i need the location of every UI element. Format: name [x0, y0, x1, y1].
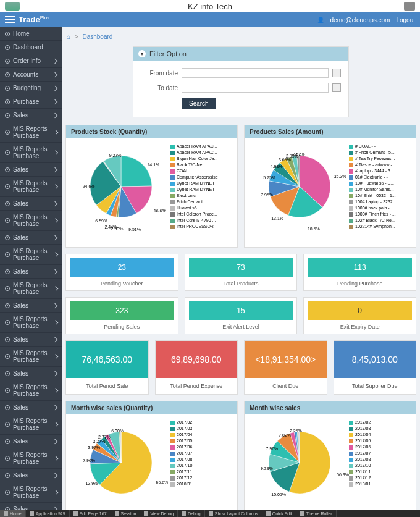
sidebar-item-sales[interactable]: Sales: [0, 299, 62, 313]
legend-item[interactable]: 2017/03: [349, 426, 411, 432]
legend-item[interactable]: # Tea Try Facewas...: [349, 156, 411, 162]
legend-item[interactable]: Apacer RAM APAC...: [170, 143, 232, 149]
sidebar-item-dashboard[interactable]: Dashboard: [0, 41, 62, 54]
legend-item[interactable]: Apacer RAM APAC...: [170, 149, 232, 156]
legend-item[interactable]: # laptop - 3444 - 3...: [349, 168, 411, 174]
legend-item[interactable]: 2017/12: [170, 475, 232, 481]
sidebar-item-mis-reports-purchase[interactable]: MIS Reports Purchase: [0, 313, 62, 333]
legend-item[interactable]: 2017/10: [349, 463, 411, 469]
stat-exit-alert-level[interactable]: 15Exit Alert Level: [185, 297, 298, 334]
to-date-input[interactable]: [182, 83, 329, 93]
legend-item[interactable]: 2017/07: [349, 450, 411, 456]
sidebar-item-sales[interactable]: Sales: [0, 333, 62, 347]
legend-item[interactable]: # Tiasca - artwww -: [349, 162, 411, 168]
home-icon[interactable]: ⌂: [67, 33, 70, 40]
sidebar-item-sales[interactable]: Sales: [0, 367, 62, 380]
sidebar-item-sales[interactable]: Sales: [0, 109, 62, 122]
legend-item[interactable]: 2017/08: [349, 456, 411, 463]
legend-item[interactable]: 2017/12: [349, 475, 411, 481]
legend-item[interactable]: Dynet RAM DYNET: [170, 187, 232, 193]
legend-item[interactable]: Black T/C-Net: [170, 162, 232, 168]
collapse-icon[interactable]: ▾: [138, 50, 146, 57]
sidebar-item-home[interactable]: Home: [0, 27, 62, 41]
sidebar-item-mis-reports-purchase[interactable]: MIS Reports Purchase: [0, 177, 62, 197]
sidebar-item-mis-reports-purchase[interactable]: MIS Reports Purchase: [0, 448, 62, 469]
sidebar-item-mis-reports-purchase[interactable]: MIS Reports Purchase: [0, 143, 62, 163]
legend-item[interactable]: Intel Core i7-4790 ...: [170, 217, 232, 224]
stat-pending-purchase[interactable]: 113Pending Purchase: [303, 254, 416, 291]
legend-item[interactable]: 2018/01: [170, 481, 232, 487]
legend-item[interactable]: Intel PROCESSOR: [170, 224, 232, 230]
legend-item[interactable]: Huawai s6: [170, 205, 232, 211]
user-email[interactable]: demo@cloudaps.com: [330, 17, 390, 23]
legend-item[interactable]: Electronic: [170, 193, 232, 199]
sidebar-item-sales[interactable]: Sales: [0, 231, 62, 245]
toolbar-debug[interactable]: Debug: [178, 510, 205, 517]
legend-item[interactable]: 2017/05: [170, 438, 232, 444]
bigstat-client-due[interactable]: <18,91,354.00>Client Due: [244, 340, 327, 395]
legend-item[interactable]: 2017/07: [170, 450, 232, 456]
legend-item[interactable]: Frich Cemant: [170, 199, 232, 205]
sidebar-item-sales[interactable]: Sales: [0, 197, 62, 211]
legend-item[interactable]: 1000# Finch fries - ...: [349, 211, 411, 217]
legend-item[interactable]: 1000# back pain - ...: [349, 205, 411, 211]
toolbar-edit-page-167[interactable]: Edit Page 167: [70, 510, 111, 517]
sidebar-item-sales[interactable]: Sales: [0, 503, 62, 510]
legend-item[interactable]: 102# Black T/C-Ne...: [349, 217, 411, 224]
legend-item[interactable]: # COAL - -: [349, 143, 411, 149]
calendar-icon[interactable]: [332, 69, 341, 77]
sidebar-item-mis-reports-purchase[interactable]: MIS Reports Purchase: [0, 414, 62, 435]
sidebar-item-mis-reports-purchase[interactable]: MIS Reports Purchase: [0, 211, 62, 231]
calendar-icon[interactable]: [332, 83, 341, 92]
sidebar-item-mis-reports-purchase[interactable]: MIS Reports Purchase: [0, 122, 62, 143]
legend-item[interactable]: 10# Huawai s6 - S...: [349, 180, 411, 187]
stat-pending-sales[interactable]: 323Pending Sales: [65, 297, 178, 334]
legend-item[interactable]: Bigen Hair Color Ja...: [170, 156, 232, 162]
toolbar-home[interactable]: Home: [0, 510, 26, 517]
legend-item[interactable]: 2017/02: [170, 419, 232, 426]
legend-item[interactable]: 10# Shirt - 0032 - 1...: [349, 193, 411, 199]
legend-item[interactable]: 102214# Symphon...: [349, 224, 411, 230]
stat-exit-expiry-date[interactable]: 0Exit Expiry Date: [303, 297, 416, 334]
legend-item[interactable]: 01# Electronic - -: [349, 174, 411, 180]
sidebar-item-accounts[interactable]: Accounts: [0, 68, 62, 82]
sidebar-item-mis-reports-purchase[interactable]: MIS Reports Purchase: [0, 245, 62, 265]
bigstat-total-supplier-due[interactable]: 8,45,013.00Total Supplier Due: [334, 340, 417, 395]
legend-item[interactable]: 2017/10: [170, 463, 232, 469]
sidebar-item-budgeting[interactable]: Budgeting: [0, 82, 62, 95]
sidebar-item-purchase[interactable]: Purchase: [0, 95, 62, 109]
toolbar-view-debug[interactable]: View Debug: [140, 510, 178, 517]
legend-item[interactable]: 2017/06: [349, 444, 411, 450]
legend-item[interactable]: COAL: [170, 168, 232, 174]
search-button[interactable]: Search: [182, 98, 216, 109]
sidebar-item-mis-reports-purchase[interactable]: MIS Reports Purchase: [0, 347, 62, 367]
legend-item[interactable]: 10# Monitor Sams...: [349, 187, 411, 193]
from-date-input[interactable]: [182, 68, 329, 78]
legend-item[interactable]: Dynet RAM DYNET: [170, 180, 232, 187]
legend-item[interactable]: 2017/02: [349, 419, 411, 426]
sidebar-item-sales[interactable]: Sales: [0, 265, 62, 279]
toolbar-theme-roller[interactable]: Theme Roller: [296, 510, 337, 517]
sidebar-item-mis-reports-purchase[interactable]: MIS Reports Purchase: [0, 482, 62, 503]
legend-item[interactable]: 2017/08: [170, 456, 232, 463]
toolbar-show-layout-columns[interactable]: Show Layout Columns: [205, 510, 262, 517]
toolbar-quick-edit[interactable]: Quick Edit: [262, 510, 296, 517]
sidebar-item-sales[interactable]: Sales: [0, 401, 62, 414]
logout-link[interactable]: Logout: [396, 17, 415, 23]
legend-item[interactable]: 2017/11: [170, 469, 232, 475]
legend-item[interactable]: 2017/03: [170, 426, 232, 432]
filter-header[interactable]: ▾ Filter Option: [133, 47, 348, 61]
legend-item[interactable]: 2017/05: [349, 438, 411, 444]
sidebar-item-sales[interactable]: Sales: [0, 435, 62, 448]
hamburger-icon[interactable]: [5, 15, 15, 24]
legend-item[interactable]: Intel Celeron Proce...: [170, 211, 232, 217]
legend-item[interactable]: 2017/11: [349, 469, 411, 475]
bigstat-total-period-sale[interactable]: 76,46,563.00Total Period Sale: [65, 340, 149, 395]
legend-item[interactable]: 2018/01: [349, 481, 411, 487]
stat-total-products[interactable]: 73Total Products: [185, 254, 298, 291]
toolbar-session[interactable]: Session: [111, 510, 141, 517]
legend-item[interactable]: Computer Assorosise: [170, 174, 232, 180]
toolbar-application-929[interactable]: Application 929: [26, 510, 70, 517]
printer-icon[interactable]: [404, 2, 415, 11]
legend-item[interactable]: 2017/06: [170, 444, 232, 450]
